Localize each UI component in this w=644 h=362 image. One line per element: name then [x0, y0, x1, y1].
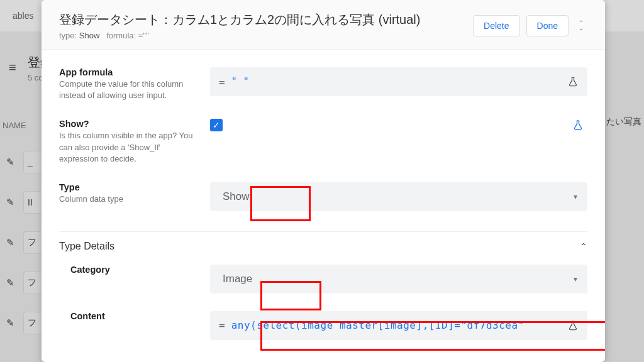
pencil-icon[interactable]: ✎ — [6, 197, 14, 208]
column-editor-dialog: 登録データシート：カラム1とカラム2の間に入れる写真 (virtual) typ… — [42, 0, 605, 362]
pencil-icon[interactable]: ✎ — [6, 156, 14, 168]
chevron-down-icon: ▾ — [574, 192, 577, 201]
bg-right-text: たい写真 — [606, 116, 641, 128]
show-checkbox[interactable]: ✓ — [210, 119, 223, 131]
pencil-icon[interactable]: ✎ — [6, 317, 14, 329]
pencil-icon[interactable]: ✎ — [6, 237, 14, 248]
dialog-subtitle: type: Show formula: ="" — [59, 31, 473, 40]
bg-tab: ables — [6, 6, 40, 26]
category-select[interactable]: Image ▾ — [210, 265, 587, 293]
done-button[interactable]: Done — [526, 15, 569, 36]
table-row: ✎フ — [6, 312, 42, 334]
field-content: Content = any(select(image master[image]… — [70, 302, 587, 349]
pencil-icon[interactable]: ✎ — [6, 277, 14, 288]
bg-col-header: NAME — [3, 121, 26, 130]
show-desc: Is this column visible in the app? You c… — [59, 130, 199, 165]
type-desc: Column data type — [59, 194, 199, 205]
flask-icon[interactable] — [567, 76, 579, 87]
equals-icon: = — [219, 319, 225, 331]
table-row: ✎_ — [6, 151, 42, 173]
app-formula-input[interactable]: = " " — [210, 67, 587, 96]
divider — [59, 231, 587, 232]
app-formula-label: App formula — [59, 67, 199, 77]
type-label: Type — [59, 182, 199, 192]
content-formula-input[interactable]: = any(select(image master[image],[ID]="d… — [210, 311, 587, 340]
show-label: Show? — [59, 119, 199, 129]
table-row: ✎II — [6, 191, 42, 214]
bg-table-rows: ✎_ ✎II ✎フ ✎フ ✎フ — [6, 151, 42, 334]
table-row: ✎フ — [6, 272, 42, 294]
section-type-details[interactable]: Type Details ⌃ — [59, 237, 587, 256]
category-label: Category — [70, 265, 199, 275]
flask-icon[interactable] — [572, 119, 584, 131]
dialog-title: 登録データシート：カラム1とカラム2の間に入れる写真 (virtual) — [59, 11, 473, 28]
content-label: Content — [70, 311, 199, 321]
equals-icon: = — [219, 76, 225, 88]
chevron-up-icon: ⌃ — [580, 241, 587, 251]
reorder-handle[interactable]: ⌃⌄ — [575, 21, 587, 31]
type-select[interactable]: Show ▾ — [210, 182, 587, 211]
app-formula-desc: Compute the value for this column instea… — [59, 79, 199, 101]
field-show: Show? Is this column visible in the app?… — [59, 110, 587, 173]
dialog-header: 登録データシート：カラム1とカラム2の間に入れる写真 (virtual) typ… — [42, 0, 605, 50]
table-row: ✎フ — [6, 231, 42, 254]
field-type: Type Column data type Show ▾ — [59, 173, 587, 220]
flask-icon[interactable] — [567, 320, 579, 331]
field-category: Category Image ▾ — [70, 256, 587, 302]
delete-button[interactable]: Delete — [473, 15, 519, 36]
bg-side-sub: 5 co — [28, 73, 43, 82]
hamburger-icon[interactable]: ≡ — [9, 60, 16, 75]
chevron-down-icon: ▾ — [574, 275, 577, 283]
field-app-formula: App formula Compute the value for this c… — [59, 58, 587, 110]
